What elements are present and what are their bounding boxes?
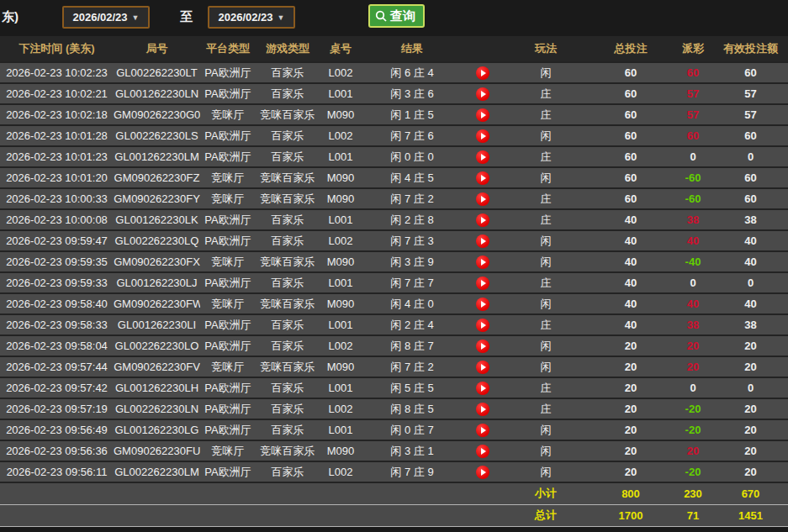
replay-button[interactable] [476, 424, 489, 437]
table-no-cell: L002 [320, 398, 362, 419]
replay-button[interactable] [476, 403, 489, 416]
result-cell: 闲 0 庄 0 [362, 146, 463, 167]
table-row: 2026-02-23 10:00:08 GL001262230LK PA欧洲厅 … [0, 209, 788, 230]
platform-cell: PA欧洲厅 [200, 230, 256, 251]
date-to-value: 2026/02/23 [219, 11, 273, 24]
play-icon [481, 238, 486, 245]
valid-bet-cell: 40 [713, 230, 788, 251]
replay-button[interactable] [476, 382, 489, 395]
query-button-label: 查询 [390, 8, 415, 24]
valid-bet-cell: 20 [713, 440, 788, 461]
total-bet-cell: 60 [589, 125, 673, 146]
bet-type-cell: 庄 [503, 272, 589, 293]
bet-time-cell: 2026-02-23 09:58:33 [0, 314, 114, 335]
valid-bet-cell: 60 [713, 62, 788, 83]
replay-button[interactable] [476, 192, 489, 206]
chevron-down-icon: ▼ [132, 13, 140, 22]
game-type-cell: 竞咪百家乐 [256, 167, 320, 188]
result-cell: 闲 8 庄 7 [362, 335, 463, 356]
replay-button[interactable] [476, 445, 489, 458]
total-bet-cell: 40 [589, 272, 673, 293]
result-cell: 闲 0 庄 7 [362, 419, 463, 440]
replay-button[interactable] [476, 108, 489, 122]
payout-cell: -20 [673, 419, 713, 440]
grand-total-row: 总计 1700 71 1451 [0, 504, 788, 526]
replay-cell [463, 230, 503, 251]
bet-time-cell: 2026-02-23 09:57:19 [0, 398, 114, 419]
bet-time-cell: 2026-02-23 09:57:44 [0, 356, 114, 377]
play-icon [481, 364, 486, 371]
valid-bet-cell: 20 [713, 398, 788, 419]
replay-button[interactable] [476, 66, 489, 80]
replay-button[interactable] [476, 171, 489, 185]
replay-button[interactable] [476, 466, 489, 479]
table-no-cell: L001 [320, 83, 362, 104]
header-game-type: 游戏类型 [256, 36, 320, 62]
header-valid-bet: 有效投注额 [713, 36, 788, 62]
platform-cell: PA欧洲厅 [200, 125, 256, 146]
platform-cell: 竞咪厅 [200, 356, 256, 377]
replay-button[interactable] [476, 319, 489, 332]
play-icon [481, 343, 486, 350]
result-cell: 闲 1 庄 5 [362, 104, 463, 125]
table-no-cell: L002 [320, 125, 362, 146]
replay-button[interactable] [476, 129, 489, 143]
bet-time-cell: 2026-02-23 09:56:49 [0, 419, 114, 440]
result-cell: 闲 7 庄 6 [362, 125, 463, 146]
valid-bet-cell: 60 [713, 167, 788, 188]
replay-cell [463, 146, 503, 167]
query-button[interactable]: 查询 [368, 4, 425, 28]
platform-cell: 竞咪厅 [200, 293, 256, 314]
replay-button[interactable] [476, 150, 489, 164]
platform-cell: PA欧洲厅 [200, 314, 256, 335]
game-type-cell: 竞咪百家乐 [256, 440, 320, 461]
replay-button[interactable] [476, 298, 489, 311]
result-cell: 闲 4 庄 0 [362, 293, 463, 314]
replay-button[interactable] [476, 213, 489, 227]
total-bet-cell: 40 [589, 251, 673, 272]
valid-bet-cell: 38 [713, 314, 788, 335]
bet-time-cell: 2026-02-23 09:58:04 [0, 335, 114, 356]
platform-cell: PA欧洲厅 [200, 83, 256, 104]
game-id-cell: GL001262230LK [114, 209, 200, 230]
date-from-select[interactable]: 2026/02/23 ▼ [62, 6, 150, 29]
replay-button[interactable] [476, 255, 489, 269]
result-cell: 闲 2 庄 8 [362, 209, 463, 230]
platform-cell: PA欧洲厅 [200, 398, 256, 419]
game-type-cell: 百家乐 [256, 377, 320, 398]
game-id-cell: GL002262230LS [114, 125, 200, 146]
play-icon [481, 385, 486, 392]
payout-cell: -20 [673, 461, 713, 482]
game-type-cell: 竞咪百家乐 [256, 104, 320, 125]
replay-button[interactable] [476, 234, 489, 248]
game-id-cell: GL001262230LN [114, 83, 200, 104]
replay-button[interactable] [476, 361, 489, 374]
filter-bar: 东) 2026/02/23 ▼ 至 2026/02/23 ▼ 查询 [0, 0, 788, 36]
table-no-cell: M090 [320, 167, 362, 188]
replay-button[interactable] [476, 87, 489, 101]
date-to-select[interactable]: 2026/02/23 ▼ [208, 6, 295, 29]
game-type-cell: 百家乐 [256, 272, 320, 293]
table-row: 2026-02-23 09:56:36 GM090262230FU 竞咪厅 竞咪… [0, 440, 788, 461]
total-bet-cell: 20 [589, 377, 673, 398]
bet-type-cell: 闲 [503, 167, 589, 188]
game-id-cell: GL002262230LM [114, 461, 200, 482]
play-icon [481, 175, 486, 182]
header-replay [463, 36, 503, 62]
bet-time-cell: 2026-02-23 10:01:23 [0, 146, 114, 167]
game-type-cell: 竞咪百家乐 [256, 188, 320, 209]
platform-cell: PA欧洲厅 [200, 377, 256, 398]
game-id-cell: GL002262230LQ [114, 230, 200, 251]
bet-time-cell: 2026-02-23 10:00:08 [0, 209, 114, 230]
replay-button[interactable] [476, 340, 489, 353]
payout-cell: 60 [673, 125, 713, 146]
game-id-cell: GM090262230FW [114, 293, 200, 314]
subtotal-row: 小计 800 230 670 [0, 482, 788, 504]
replay-button[interactable] [476, 277, 489, 290]
table-row: 2026-02-23 09:57:19 GL002262230LN PA欧洲厅 … [0, 398, 788, 419]
game-type-cell: 百家乐 [256, 230, 320, 251]
payout-cell: 0 [673, 272, 713, 293]
payout-cell: 0 [673, 377, 713, 398]
table-row: 2026-02-23 10:02:21 GL001262230LN PA欧洲厅 … [0, 83, 788, 104]
play-icon [481, 217, 486, 224]
